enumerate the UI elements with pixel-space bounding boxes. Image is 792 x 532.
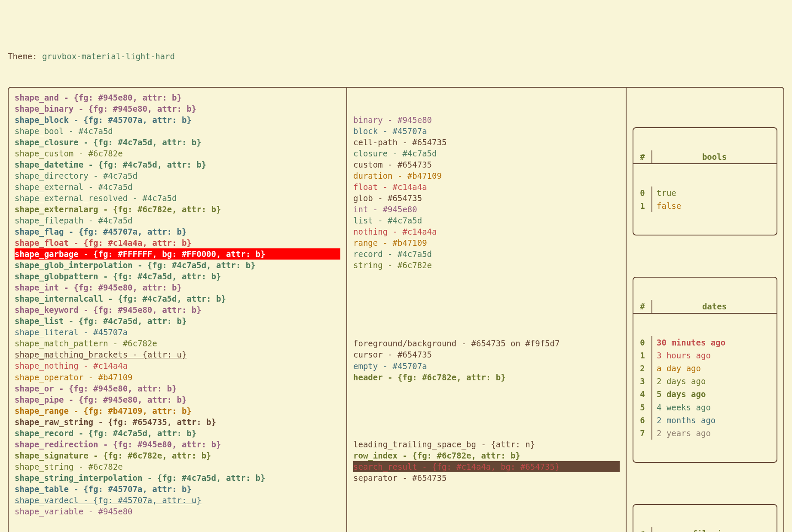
table-row: 45 days ago [633,388,777,401]
theme-entry: block - #45707a [353,125,620,137]
table-row: 1false [633,199,777,212]
theme-title: Theme: gruvbox-material-light-hard [8,51,784,62]
types-column: binary - #945e80block - #45707acell-path… [347,88,627,532]
tables-column: # bools 0true1false # dates 030 minutes … [627,88,783,532]
theme-entry: shape_operator - #b47109 [15,372,340,383]
theme-entry: record - #4c7a5d [353,248,620,260]
theme-entry: custom - #654735 [353,159,620,170]
theme-entry: shape_external - #4c7a5d [15,181,340,193]
filesizes-table: # filesizes 0 0 B1488.3 KiB2976.6 KiB [633,504,777,532]
theme-entry: shape_or - {fg: #945e80, attr: b} [15,383,340,394]
row-value: a day ago [652,362,777,375]
theme-entry: string - #6c782e [353,260,620,271]
theme-entry: shape_directory - #4c7a5d [15,170,340,181]
row-value: 2 years ago [652,427,777,440]
row-index: 4 [633,388,652,401]
theme-entry: shape_range - {fg: #b47109, attr: b} [15,405,340,416]
col-index-header: # [633,150,652,163]
theme-entry: leading_trailing_space_bg - {attr: n} [353,439,620,450]
row-value: 4 weeks ago [652,401,777,414]
table-row: 13 hours ago [633,349,777,362]
table-row: 0true [633,187,777,199]
theme-entry: shape_match_pattern - #6c782e [15,338,340,349]
theme-entry: shape_table - {fg: #45707a, attr: b} [15,483,340,495]
row-value: false [652,199,777,212]
theme-entry: shape_custom - #6c782e [15,148,340,159]
theme-entry: shape_binary - {fg: #945e80, attr: b} [15,103,340,114]
theme-entry: cursor - #654735 [353,349,620,360]
theme-entry: glob - #654735 [353,193,620,204]
row-value: 3 hours ago [652,349,777,362]
row-value: 2 days ago [652,375,777,388]
row-index: 0 [633,336,652,349]
theme-entry: shape_signature - {fg: #6c782e, attr: b} [15,450,340,461]
theme-entry: shape_matching_brackets - {attr: u} [15,349,340,360]
table-row: 54 weeks ago [633,401,777,414]
theme-entry: shape_bool - #4c7a5d [15,125,340,137]
theme-entry: shape_internalcall - {fg: #4c7a5d, attr:… [15,293,340,304]
col-value-header: bools [652,150,777,163]
theme-entry: shape_block - {fg: #45707a, attr: b} [15,114,340,125]
theme-entry: list - #4c7a5d [353,215,620,226]
theme-entry: shape_datetime - {fg: #4c7a5d, attr: b} [15,159,340,170]
theme-entry: search_result - {fg: #c14a4a, bg: #65473… [353,461,620,472]
row-index: 7 [633,427,652,440]
theme-entry: duration - #b47109 [353,170,620,181]
row-index: 0 [633,187,652,199]
table-row: 72 years ago [633,427,777,440]
theme-entry: shape_globpattern - {fg: #4c7a5d, attr: … [15,271,340,282]
table-row: 2a day ago [633,362,777,375]
theme-entry: shape_redirection - {fg: #945e80, attr: … [15,439,340,450]
theme-entry: shape_list - {fg: #4c7a5d, attr: b} [15,315,340,327]
row-value: true [652,187,777,199]
theme-entry: row_index - {fg: #6c782e, attr: b} [353,450,620,461]
theme-entry: shape_external_resolved - #4c7a5d [15,193,340,204]
theme-entry: shape_keyword - {fg: #945e80, attr: b} [15,304,340,315]
shapes-column: shape_and - {fg: #945e80, attr: b}shape_… [9,88,347,532]
theme-entry: separator - #654735 [353,472,620,483]
row-value: 5 days ago [652,388,777,401]
theme-entry: shape_filepath - #4c7a5d [15,215,340,226]
row-index: 2 [633,362,652,375]
theme-entry: shape_vardecl - {fg: #45707a, attr: u} [15,495,340,506]
theme-entry: shape_pipe - {fg: #945e80, attr: b} [15,394,340,405]
theme-entry: shape_garbage - {fg: #FFFFFF, bg: #FF000… [15,248,340,260]
theme-entry: shape_float - {fg: #c14a4a, attr: b} [15,237,340,248]
main-frame: shape_and - {fg: #945e80, attr: b}shape_… [8,87,784,532]
row-value: 30 minutes ago [652,336,777,349]
table-row: 32 days ago [633,375,777,388]
theme-entry: shape_externalarg - {fg: #6c782e, attr: … [15,204,340,215]
row-value: 2 months ago [652,414,777,427]
theme-entry: shape_closure - {fg: #4c7a5d, attr: b} [15,137,340,148]
theme-entry: range - #b47109 [353,237,620,248]
col-value-header: filesizes [652,527,777,532]
col-index-header: # [633,300,652,313]
theme-entry: shape_and - {fg: #945e80, attr: b} [15,92,340,103]
row-index: 6 [633,414,652,427]
theme-entry: shape_flag - {fg: #45707a, attr: b} [15,226,340,237]
theme-entry: float - #c14a4a [353,181,620,193]
theme-entry: header - {fg: #6c782e, attr: b} [353,372,620,383]
theme-entry: int - #945e80 [353,204,620,215]
dates-table: # dates 030 minutes ago13 hours ago2a da… [633,277,777,462]
row-index: 5 [633,401,652,414]
theme-entry: cell-path - #654735 [353,137,620,148]
theme-entry: shape_string - #6c782e [15,461,340,472]
theme-entry: shape_variable - #945e80 [15,506,340,517]
theme-entry: foreground/background - #654735 on #f9f5… [353,338,620,349]
theme-entry: nothing - #c14a4a [353,226,620,237]
theme-entry: shape_string_interpolation - {fg: #4c7a5… [15,472,340,483]
theme-entry: binary - #945e80 [353,114,620,125]
table-row: 62 months ago [633,414,777,427]
bools-table: # bools 0true1false [633,127,777,235]
theme-entry: shape_raw_string - {fg: #654735, attr: b… [15,416,340,428]
theme-entry: shape_int - {fg: #945e80, attr: b} [15,282,340,293]
theme-entry: shape_literal - #45707a [15,327,340,338]
theme-entry: closure - #4c7a5d [353,148,620,159]
row-index: 1 [633,199,652,212]
col-index-header: # [633,527,652,532]
row-index: 1 [633,349,652,362]
theme-entry: shape_glob_interpolation - {fg: #4c7a5d,… [15,260,340,271]
theme-entry: empty - #45707a [353,361,620,372]
table-row: 030 minutes ago [633,336,777,349]
